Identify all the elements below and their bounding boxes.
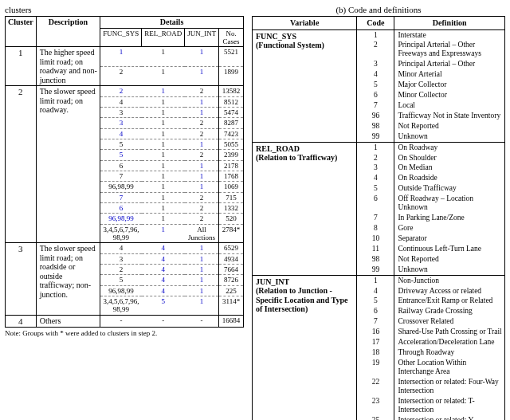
table-cell: 2 [100, 66, 142, 86]
definition-cell: Non-Junction [394, 275, 505, 285]
table-cell: AllJunctions [185, 224, 219, 243]
hdr-details: Details [100, 17, 244, 29]
cases-cell: 3114* [219, 296, 244, 316]
cases-cell: 16684 [219, 315, 244, 328]
definition-cell: Crossover Related [394, 316, 505, 327]
code-cell: 98 [357, 121, 394, 131]
code-cell: 99 [357, 265, 394, 275]
table-cell: 1 [185, 285, 219, 296]
table-cell: 1 [142, 202, 185, 213]
table-cell: 1 [142, 118, 185, 128]
cases-cell: 7664 [219, 265, 244, 275]
definition-cell: Railway Grade Crossing [394, 306, 505, 316]
cases-cell: 8726 [219, 275, 244, 285]
definition-cell: Unknown [394, 265, 505, 275]
code-cell: 1 [357, 275, 394, 285]
hdr-code: Code [357, 17, 394, 30]
definition-cell: Trafficway Not in State Inventory [394, 111, 505, 121]
table-cell: 1 [185, 171, 219, 181]
table-cell: 5 [100, 150, 142, 160]
table-cell: 2 [185, 192, 219, 202]
table-cell: 96,98,99 [100, 182, 142, 192]
table-cell: 1 [142, 96, 185, 107]
right-caption: (b) Code and definitions [252, 5, 505, 14]
table-cell: 7 [100, 192, 142, 202]
table-cell: 4 [142, 243, 185, 253]
cluster-desc: The higher speed limit road; on roadway … [36, 47, 100, 86]
table-cell: 1 [142, 214, 185, 224]
table-cell: 3,4,5,6,7,96,98,99 [100, 296, 142, 316]
cases-cell: 2784* [219, 224, 244, 243]
hdr-variable: Variable [253, 17, 357, 30]
code-cell: 2 [357, 40, 394, 59]
cases-cell: 8512 [219, 96, 244, 107]
definition-cell: Major Collector [394, 80, 505, 90]
definitions-table: Variable Code Definition FUNC_SYS(Functi… [252, 16, 505, 420]
code-cell: 6 [357, 194, 394, 213]
table-cell: 1 [185, 96, 219, 107]
cases-cell: 6529 [219, 243, 244, 253]
variable-name: FUNC_SYS(Functional System) [253, 29, 357, 142]
table-cell: 2 [185, 214, 219, 224]
cases-cell: 1899 [219, 66, 244, 86]
definition-cell: On Roadside [394, 173, 505, 183]
definition-cell: Unknown [394, 131, 505, 142]
table-cell: 1 [142, 224, 185, 243]
table-cell: 5 [142, 296, 185, 316]
cluster-desc: The slower speed limit road; on roadside… [36, 243, 100, 315]
table-cell: 7 [100, 171, 142, 181]
table-cell: 1 [185, 160, 219, 171]
hdr-cluster: Cluster [6, 17, 37, 47]
table-cell: 4 [100, 243, 142, 253]
table-cell: 6 [100, 160, 142, 171]
definition-cell: On Roadway [394, 142, 505, 152]
table-cell: 3 [100, 253, 142, 264]
cluster-id: 2 [6, 86, 37, 243]
definition-cell: Driveway Access or related [394, 286, 505, 296]
code-cell: 25 [357, 415, 394, 420]
definition-cell: Acceleration/Deceleration Lane [394, 337, 505, 347]
cases-cell: 715 [219, 192, 244, 202]
cases-cell: 2399 [219, 150, 244, 160]
cases-cell: 4934 [219, 253, 244, 264]
code-cell: 19 [357, 358, 394, 377]
code-cell: 4 [357, 69, 394, 80]
cases-cell: 520 [219, 214, 244, 224]
table-cell: - [185, 315, 219, 328]
table-cell: 2 [185, 128, 219, 139]
hdr-cases: No. Cases [219, 28, 244, 47]
cases-cell: 5521 [219, 47, 244, 67]
code-cell: 5 [357, 183, 394, 194]
cases-cell: 1332 [219, 202, 244, 213]
table-cell: 6 [100, 202, 142, 213]
table-cell: 4 [142, 265, 185, 275]
code-cell: 8 [357, 223, 394, 234]
code-cell: 2 [357, 153, 394, 163]
definition-cell: Continuous Left-Turn Lane [394, 244, 505, 254]
table-cell: 1 [142, 66, 185, 86]
cases-cell: 1069 [219, 182, 244, 192]
table-cell: 2 [185, 86, 219, 96]
variable-name: REL_ROAD(Relation to Trafficway) [253, 142, 357, 275]
definition-cell: Separator [394, 234, 505, 244]
code-cell: 99 [357, 131, 394, 142]
table-cell: 3 [100, 107, 142, 117]
code-cell: 5 [357, 80, 394, 90]
table-cell: 1 [142, 128, 185, 139]
definition-cell: Shared-Use Path Crossing or Trail [394, 327, 505, 337]
definition-cell: In Parking Lane/Zone [394, 213, 505, 223]
code-cell: 7 [357, 100, 394, 111]
code-cell: 17 [357, 337, 394, 347]
table-cell: 1 [142, 86, 185, 96]
table-cell: 1 [185, 47, 219, 67]
definition-cell: On Shoulder [394, 153, 505, 163]
cluster-desc: The slower speed limit road; on roadway. [36, 86, 100, 243]
table-cell: 5 [100, 275, 142, 285]
code-cell: 7 [357, 213, 394, 223]
table-cell: 4 [100, 128, 142, 139]
table-cell: 2 [185, 150, 219, 160]
definition-cell: Intersection or related: T-Intersection [394, 396, 505, 415]
definition-cell: Through Roadway [394, 347, 505, 358]
definition-cell: Gore [394, 223, 505, 234]
table-cell: 2 [100, 86, 142, 96]
